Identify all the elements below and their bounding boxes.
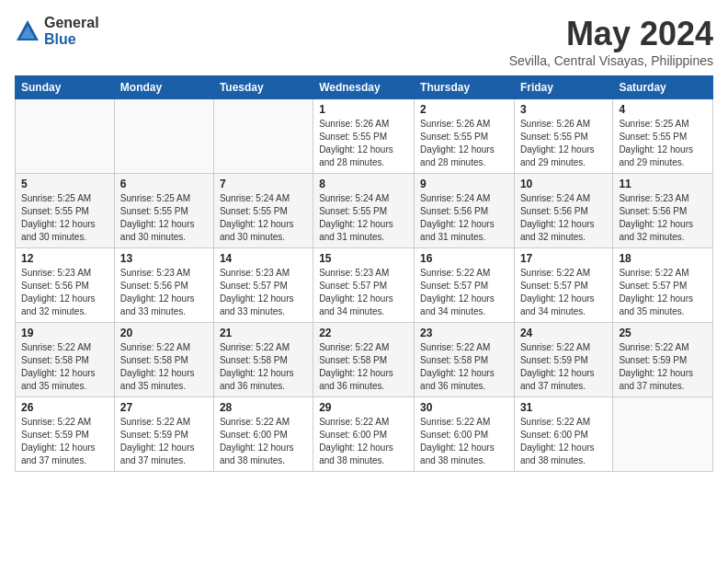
calendar-week-row: 12Sunrise: 5:23 AM Sunset: 5:56 PM Dayli…	[16, 248, 713, 323]
calendar-cell: 4Sunrise: 5:25 AM Sunset: 5:55 PM Daylig…	[613, 99, 713, 174]
calendar-week-row: 5Sunrise: 5:25 AM Sunset: 5:55 PM Daylig…	[16, 174, 713, 248]
logo: General Blue	[15, 15, 99, 47]
header-sunday: Sunday	[16, 76, 115, 99]
header-monday: Monday	[114, 76, 213, 99]
day-number: 12	[21, 252, 108, 265]
day-info: Sunrise: 5:22 AM Sunset: 5:59 PM Dayligh…	[21, 416, 108, 467]
day-info: Sunrise: 5:22 AM Sunset: 5:58 PM Dayligh…	[220, 341, 307, 393]
day-info: Sunrise: 5:23 AM Sunset: 5:56 PM Dayligh…	[120, 267, 208, 318]
calendar-cell: 24Sunrise: 5:22 AM Sunset: 5:59 PM Dayli…	[514, 323, 612, 397]
day-number: 30	[420, 401, 508, 414]
calendar-cell: 8Sunrise: 5:24 AM Sunset: 5:55 PM Daylig…	[313, 174, 415, 248]
calendar-cell: 1Sunrise: 5:26 AM Sunset: 5:55 PM Daylig…	[313, 99, 415, 174]
calendar-cell: 15Sunrise: 5:23 AM Sunset: 5:57 PM Dayli…	[313, 248, 415, 323]
calendar-cell: 5Sunrise: 5:25 AM Sunset: 5:55 PM Daylig…	[16, 174, 115, 248]
logo-general-text: General	[44, 15, 99, 31]
header-tuesday: Tuesday	[213, 76, 313, 99]
day-info: Sunrise: 5:22 AM Sunset: 6:00 PM Dayligh…	[319, 416, 408, 467]
day-info: Sunrise: 5:26 AM Sunset: 5:55 PM Dayligh…	[520, 118, 607, 169]
calendar-cell: 10Sunrise: 5:24 AM Sunset: 5:56 PM Dayli…	[514, 174, 612, 248]
day-number: 21	[220, 327, 307, 339]
day-info: Sunrise: 5:22 AM Sunset: 5:59 PM Dayligh…	[520, 341, 607, 393]
calendar-week-row: 26Sunrise: 5:22 AM Sunset: 5:59 PM Dayli…	[16, 397, 713, 472]
day-info: Sunrise: 5:24 AM Sunset: 5:56 PM Dayligh…	[420, 192, 508, 244]
calendar-cell: 19Sunrise: 5:22 AM Sunset: 5:58 PM Dayli…	[16, 323, 115, 397]
day-info: Sunrise: 5:23 AM Sunset: 5:57 PM Dayligh…	[220, 267, 307, 318]
calendar-cell: 2Sunrise: 5:26 AM Sunset: 5:55 PM Daylig…	[415, 99, 515, 174]
calendar-cell: 9Sunrise: 5:24 AM Sunset: 5:56 PM Daylig…	[415, 174, 515, 248]
day-number: 13	[120, 252, 208, 265]
calendar-cell: 16Sunrise: 5:22 AM Sunset: 5:57 PM Dayli…	[415, 248, 515, 323]
day-number: 4	[619, 103, 707, 116]
calendar-header-row: SundayMondayTuesdayWednesdayThursdayFrid…	[16, 76, 713, 99]
calendar-cell: 21Sunrise: 5:22 AM Sunset: 5:58 PM Dayli…	[213, 323, 313, 397]
day-number: 25	[619, 327, 707, 339]
calendar-cell	[613, 397, 713, 472]
day-number: 8	[319, 178, 408, 190]
calendar-cell: 22Sunrise: 5:22 AM Sunset: 5:58 PM Dayli…	[313, 323, 415, 397]
day-number: 24	[520, 327, 607, 339]
day-info: Sunrise: 5:22 AM Sunset: 5:57 PM Dayligh…	[520, 267, 607, 318]
logo-blue-text: Blue	[44, 31, 99, 48]
calendar-cell: 27Sunrise: 5:22 AM Sunset: 5:59 PM Dayli…	[114, 397, 213, 472]
day-number: 11	[619, 178, 707, 190]
day-number: 27	[120, 401, 208, 414]
day-number: 18	[619, 252, 707, 265]
day-number: 31	[520, 401, 607, 414]
calendar-cell	[16, 99, 115, 174]
day-info: Sunrise: 5:22 AM Sunset: 5:58 PM Dayligh…	[120, 341, 208, 393]
logo-icon	[15, 18, 40, 44]
day-info: Sunrise: 5:22 AM Sunset: 6:00 PM Dayligh…	[520, 416, 607, 467]
day-info: Sunrise: 5:22 AM Sunset: 5:58 PM Dayligh…	[319, 341, 408, 393]
calendar-cell: 17Sunrise: 5:22 AM Sunset: 5:57 PM Dayli…	[514, 248, 612, 323]
day-number: 1	[319, 103, 408, 116]
day-info: Sunrise: 5:22 AM Sunset: 5:57 PM Dayligh…	[619, 267, 707, 318]
day-info: Sunrise: 5:24 AM Sunset: 5:55 PM Dayligh…	[319, 192, 408, 244]
day-info: Sunrise: 5:22 AM Sunset: 5:57 PM Dayligh…	[420, 267, 508, 318]
calendar-cell: 30Sunrise: 5:22 AM Sunset: 6:00 PM Dayli…	[415, 397, 515, 472]
day-info: Sunrise: 5:25 AM Sunset: 5:55 PM Dayligh…	[619, 118, 707, 169]
calendar-cell	[213, 99, 313, 174]
calendar-cell: 11Sunrise: 5:23 AM Sunset: 5:56 PM Dayli…	[613, 174, 713, 248]
calendar-cell: 23Sunrise: 5:22 AM Sunset: 5:58 PM Dayli…	[415, 323, 515, 397]
calendar-cell: 29Sunrise: 5:22 AM Sunset: 6:00 PM Dayli…	[313, 397, 415, 472]
calendar-cell: 6Sunrise: 5:25 AM Sunset: 5:55 PM Daylig…	[114, 174, 213, 248]
day-number: 6	[120, 178, 208, 190]
day-number: 22	[319, 327, 408, 339]
calendar-table: SundayMondayTuesdayWednesdayThursdayFrid…	[15, 75, 713, 472]
calendar-cell: 28Sunrise: 5:22 AM Sunset: 6:00 PM Dayli…	[213, 397, 313, 472]
day-info: Sunrise: 5:22 AM Sunset: 6:00 PM Dayligh…	[420, 416, 508, 467]
day-info: Sunrise: 5:25 AM Sunset: 5:55 PM Dayligh…	[21, 192, 108, 244]
calendar-cell: 25Sunrise: 5:22 AM Sunset: 5:59 PM Dayli…	[613, 323, 713, 397]
calendar-cell: 3Sunrise: 5:26 AM Sunset: 5:55 PM Daylig…	[514, 99, 612, 174]
day-info: Sunrise: 5:24 AM Sunset: 5:56 PM Dayligh…	[520, 192, 607, 244]
day-info: Sunrise: 5:23 AM Sunset: 5:57 PM Dayligh…	[319, 267, 408, 318]
header-saturday: Saturday	[613, 76, 713, 99]
day-number: 19	[21, 327, 108, 339]
day-info: Sunrise: 5:24 AM Sunset: 5:55 PM Dayligh…	[220, 192, 307, 244]
calendar-cell: 13Sunrise: 5:23 AM Sunset: 5:56 PM Dayli…	[114, 248, 213, 323]
day-number: 16	[420, 252, 508, 265]
day-info: Sunrise: 5:23 AM Sunset: 5:56 PM Dayligh…	[21, 267, 108, 318]
day-number: 17	[520, 252, 607, 265]
calendar-cell	[114, 99, 213, 174]
day-info: Sunrise: 5:22 AM Sunset: 5:58 PM Dayligh…	[21, 341, 108, 393]
day-info: Sunrise: 5:26 AM Sunset: 5:55 PM Dayligh…	[319, 118, 408, 169]
location-title: Sevilla, Central Visayas, Philippines	[509, 53, 713, 68]
day-number: 29	[319, 401, 408, 414]
page-header: General Blue May 2024 Sevilla, Central V…	[15, 15, 713, 68]
day-number: 20	[120, 327, 208, 339]
day-number: 26	[21, 401, 108, 414]
day-number: 2	[420, 103, 508, 116]
month-title: May 2024	[509, 15, 713, 53]
calendar-cell: 31Sunrise: 5:22 AM Sunset: 6:00 PM Dayli…	[514, 397, 612, 472]
day-info: Sunrise: 5:22 AM Sunset: 6:00 PM Dayligh…	[220, 416, 307, 467]
day-info: Sunrise: 5:23 AM Sunset: 5:56 PM Dayligh…	[619, 192, 707, 244]
logo-text: General Blue	[44, 15, 99, 47]
day-number: 5	[21, 178, 108, 190]
day-number: 28	[220, 401, 307, 414]
calendar-cell: 26Sunrise: 5:22 AM Sunset: 5:59 PM Dayli…	[16, 397, 115, 472]
day-number: 14	[220, 252, 307, 265]
calendar-cell: 14Sunrise: 5:23 AM Sunset: 5:57 PM Dayli…	[213, 248, 313, 323]
day-number: 3	[520, 103, 607, 116]
